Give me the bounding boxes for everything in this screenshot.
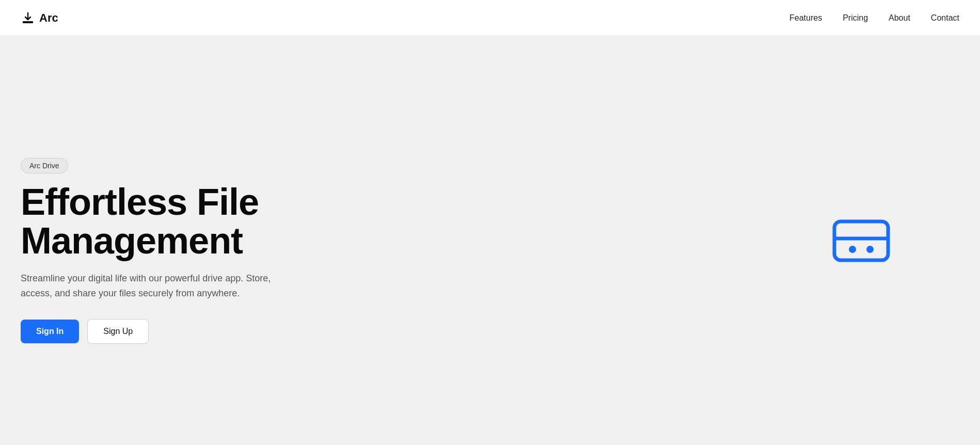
sign-up-button[interactable]: Sign Up [87, 319, 149, 344]
brand-name: Arc [39, 11, 58, 25]
hero-title: Effortless File Management [21, 183, 372, 261]
navbar: Arc Features Pricing About Contact [0, 0, 980, 36]
hero-buttons: Sign In Sign Up [21, 319, 372, 344]
nav-contact-link[interactable]: Contact [931, 13, 959, 23]
svg-point-4 [849, 246, 856, 253]
nav-links: Features Pricing About Contact [789, 13, 959, 23]
hero-subtitle: Streamline your digital life with our po… [21, 271, 289, 301]
svg-rect-1 [834, 221, 888, 260]
sign-in-button[interactable]: Sign In [21, 320, 79, 343]
nav-pricing-link[interactable]: Pricing [843, 13, 868, 23]
hero-illustration [825, 203, 897, 278]
svg-rect-0 [23, 21, 33, 23]
hero-section: Arc Drive Effortless File Management Str… [0, 36, 980, 445]
nav-about-link[interactable]: About [889, 13, 910, 23]
nav-features-link[interactable]: Features [789, 13, 822, 23]
drive-icon [825, 203, 897, 276]
svg-point-5 [866, 246, 874, 253]
brand-logo[interactable]: Arc [21, 11, 58, 25]
svg-rect-2 [834, 221, 888, 237]
hero-badge: Arc Drive [21, 158, 68, 173]
arc-logo-icon [21, 11, 35, 25]
hero-content: Arc Drive Effortless File Management Str… [21, 158, 372, 344]
